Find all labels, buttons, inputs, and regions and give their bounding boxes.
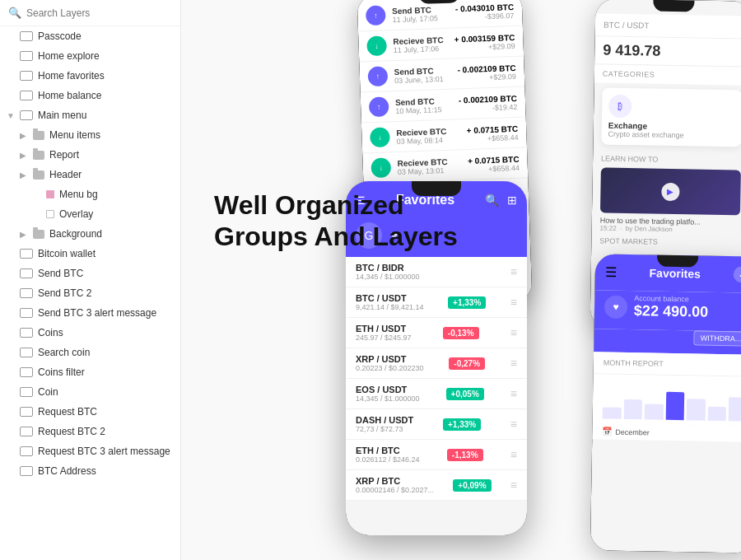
coin-pair-5: DASH / USDT — [356, 415, 413, 425]
btc-pair-label: BTC / USDT — [604, 21, 650, 30]
coin-row-7[interactable]: XRP / BTC 0.00002146 / $0.2027... +0,09%… — [346, 470, 527, 501]
layer-label-overlay: Overlay — [59, 208, 93, 220]
exchange-subtitle: Crypto asset exchange — [608, 130, 735, 141]
layer-item-main-menu[interactable]: ▼Main menu — [0, 105, 180, 125]
play-button[interactable]: ▶ — [661, 182, 679, 200]
screen-icon-request-btc — [20, 407, 33, 417]
screen-icon-send-btc — [20, 268, 33, 278]
coin-menu-2[interactable]: ≡ — [510, 326, 517, 339]
coin-price-4: 14,345 / $1.000000 — [356, 394, 420, 403]
layer-item-home-balance[interactable]: Home balance — [0, 86, 180, 105]
coin-row-5[interactable]: DASH / USDT 72,73 / $72.73 +1,33% ≡ — [346, 409, 527, 440]
layer-label-coins-filter: Coins filter — [38, 366, 85, 378]
main-content: Well Organized Groups And Layers ↑ Send … — [181, 0, 741, 560]
coin-menu-0[interactable]: ≡ — [510, 265, 517, 278]
balance-title: Favorites — [649, 266, 701, 280]
coin-menu-3[interactable]: ≡ — [510, 357, 517, 370]
search-input[interactable] — [26, 7, 172, 19]
tx-date-1: 11 July, 17:06 — [394, 44, 449, 54]
layer-item-coins-filter[interactable]: Coins filter — [0, 362, 180, 382]
tx-amount-3: - 0.002109 BTC -$19.42 — [459, 93, 518, 112]
layer-label-report: Report — [49, 149, 79, 161]
coin-row-1[interactable]: BTC / USDT 9,421.14 / $9,421.14 +1,33% ≡ — [346, 287, 527, 318]
coin-info-1: BTC / USDT 9,421.14 / $9,421.14 — [356, 293, 424, 311]
tx-date-5: 03 May, 13:01 — [398, 166, 462, 176]
layer-label-menu-bg: Menu bg — [59, 189, 98, 200]
video-thumbnail[interactable]: ▶ — [600, 168, 741, 216]
video-author: by Den Jackson — [626, 225, 673, 233]
qr-icon[interactable]: ⊞ — [507, 194, 517, 207]
coin-row-3[interactable]: XRP / USDT 0.20223 / $0.202230 -0,27% ≡ — [346, 348, 527, 379]
coin-row-4[interactable]: EOS / USDT 14,345 / $1.000000 +0,05% ≡ — [346, 379, 527, 409]
layer-label-menu-items: Menu items — [49, 129, 100, 141]
layer-item-request-btc-3[interactable]: Request BTC 3 alert message — [0, 441, 180, 461]
pink-icon-menu-bg — [46, 190, 54, 198]
sidebar: 🔍 PasscodeHome exploreHome favoritesHome… — [0, 0, 181, 560]
coin-menu-4[interactable]: ≡ — [510, 387, 517, 400]
layer-item-passcode[interactable]: Passcode — [0, 26, 180, 46]
layer-item-menu-items[interactable]: ▶Menu items — [0, 125, 180, 145]
coin-badge-3: -0,27% — [449, 357, 485, 370]
layer-item-coins[interactable]: Coins — [0, 323, 180, 343]
coin-row-2[interactable]: ETH / USDT 245.97 / $245.97 -0,13% ≡ — [346, 318, 527, 348]
screen-icon-bitcoin-wallet — [20, 249, 33, 259]
phone-balance: ☰ Favorites ✓ ♥ Account balance $22 490.… — [590, 254, 741, 553]
chevron-main-menu: ▼ — [7, 111, 15, 120]
coin-menu-7[interactable]: ≡ — [510, 478, 517, 492]
screen-icon-passcode — [20, 31, 33, 41]
layer-label-coin: Coin — [38, 386, 58, 398]
layer-item-request-btc[interactable]: Request BTC — [0, 402, 180, 422]
screen-icon-send-btc-3 — [20, 308, 33, 318]
phone-notch-4 — [657, 255, 698, 268]
coin-pair-2: ETH / USDT — [356, 324, 412, 334]
tx-amount-5: + 0.0715 BTC +$658.44 — [468, 154, 520, 173]
search-bar[interactable]: 🔍 — [0, 0, 180, 26]
check-icon: ✓ — [734, 266, 741, 282]
layer-item-request-btc-2[interactable]: Request BTC 2 — [0, 422, 180, 441]
layer-label-request-btc: Request BTC — [38, 406, 97, 418]
btc-price: 9 419.78 — [603, 42, 741, 62]
tx-amount-4: + 0.0715 BTC +$658.44 — [467, 124, 519, 142]
phones-container: ↑ Send BTC 11 July, 17:05 - 0.043010 BTC… — [346, 0, 741, 560]
coin-price-2: 245.97 / $245.97 — [356, 334, 412, 342]
layer-item-send-btc-3[interactable]: Send BTC 3 alert message — [0, 303, 180, 323]
layer-item-bitcoin-wallet[interactable]: Bitcoin wallet — [0, 244, 180, 264]
bar-5 — [687, 399, 706, 421]
layer-label-btc-address: BTC Address — [38, 465, 96, 477]
search-icon-header[interactable]: 🔍 — [485, 194, 499, 207]
layer-item-home-favorites[interactable]: Home favorites — [0, 66, 180, 86]
layer-item-search-coin[interactable]: Search coin — [0, 343, 180, 362]
coin-menu-1[interactable]: ≡ — [510, 296, 517, 309]
layer-item-menu-bg[interactable]: Menu bg — [0, 184, 180, 204]
layer-label-home-explore: Home explore — [38, 50, 100, 62]
coin-menu-5[interactable]: ≡ — [510, 418, 517, 431]
coin-info-2: ETH / USDT 245.97 / $245.97 — [356, 324, 412, 342]
coin-row-6[interactable]: ETH / BTC 0.026112 / $246.24 -1,13% ≡ — [346, 440, 527, 470]
tx-icon-2: ↑ — [367, 66, 388, 86]
tx-info-2: Send BTC 03 June, 13:01 — [394, 65, 452, 84]
phone-notch-3 — [653, 0, 694, 12]
coin-menu-6[interactable]: ≡ — [510, 448, 517, 461]
layer-item-home-explore[interactable]: Home explore — [0, 46, 180, 66]
layer-item-overlay[interactable]: Overlay — [0, 204, 180, 224]
header-icons: 🔍 ⊞ — [485, 194, 517, 207]
layer-item-send-btc-2[interactable]: Send BTC 2 — [0, 283, 180, 303]
withdraw-button[interactable]: WITHDRA... — [693, 330, 741, 346]
layer-item-header[interactable]: ▶Header — [0, 165, 180, 184]
layer-item-send-btc[interactable]: Send BTC — [0, 264, 180, 283]
layer-item-coin[interactable]: Coin — [0, 382, 180, 402]
coin-badge-1: +1,33% — [448, 296, 486, 309]
bar-4 — [665, 392, 684, 420]
coin-badge-4: +0,05% — [446, 388, 484, 400]
headline: Well Organized Groups And Layers — [214, 189, 458, 253]
layer-item-background[interactable]: ▶Background — [0, 224, 180, 244]
layer-item-report[interactable]: ▶Report — [0, 145, 180, 165]
withdraw-area: WITHDRA... — [594, 329, 741, 354]
headline-line2: Groups And Layers — [214, 221, 458, 252]
bar-7 — [729, 397, 741, 421]
layer-item-btc-address[interactable]: BTC Address — [0, 461, 180, 481]
coin-row-0[interactable]: BTC / BIDR 14,345 / $1.000000 ≡ — [346, 257, 527, 287]
calendar-icon: 📅 — [602, 427, 612, 436]
categories-label: CATEGORIES — [603, 70, 741, 81]
coin-price-0: 14,345 / $1.000000 — [356, 273, 420, 281]
